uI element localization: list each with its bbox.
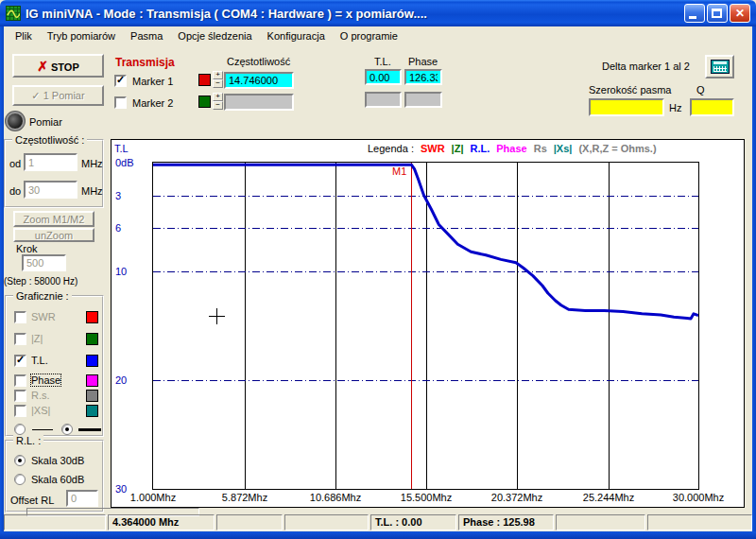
menu-item-5[interactable]: O programie — [333, 28, 405, 43]
tl-header: T.L. — [374, 56, 391, 67]
marker1-color-swatch — [198, 74, 211, 86]
menu-item-4[interactable]: Konfiguracja — [260, 28, 333, 43]
offset-rl-label: Offset RL — [10, 495, 54, 506]
window-border-right — [752, 26, 756, 531]
scale-60db-radio[interactable] — [14, 474, 26, 485]
step-field[interactable] — [22, 254, 66, 271]
unzoom-button[interactable]: unZoom — [13, 228, 94, 242]
chart-panel[interactable]: T.L Legenda : SWR|Z|R.L.PhaseRs|Xs|(X,R,… — [111, 139, 745, 508]
y-axis-tick-label: 3 — [115, 190, 121, 201]
graph-option-checkbox-phase[interactable] — [14, 374, 26, 387]
graph-option-color-swatch — [86, 374, 98, 387]
marker2-freq-field[interactable] — [224, 94, 294, 111]
menu-item-0[interactable]: Plik — [8, 28, 40, 43]
menu-item-1[interactable]: Tryb pomiarów — [40, 28, 123, 43]
marker2-toggle[interactable]: Marker 2 — [114, 96, 173, 109]
thin-line-sample — [32, 429, 53, 430]
marker2-color-swatch — [198, 96, 211, 108]
scale-60db-label: Skala 60dB — [31, 474, 84, 485]
marker2-checkbox[interactable] — [114, 96, 127, 109]
line-thick-radio[interactable] — [61, 424, 73, 435]
marker1-phase-readout — [404, 69, 442, 85]
marker1-spin-down[interactable]: − — [213, 79, 223, 88]
x-axis-tick-label: 25.244Mhz — [571, 492, 646, 503]
close-button[interactable]: ✕ — [730, 4, 750, 23]
single-measure-button[interactable]: ✓ 1 Pomiar — [12, 85, 104, 106]
menu-item-2[interactable]: Pasma — [123, 28, 170, 43]
freq-from-field[interactable] — [24, 153, 77, 171]
scale-60db-option[interactable]: Skala 60dB — [14, 474, 84, 485]
minimize-button[interactable] — [684, 4, 705, 23]
scale-30db-label: Skala 30dB — [31, 455, 84, 466]
title-bar[interactable]: IG miniVNA - Mode : Transmisja ( COM4 : … — [0, 0, 756, 26]
status-panel-3 — [284, 514, 369, 530]
zoom-m1m2-button[interactable]: Zoom M1/M2 — [13, 211, 94, 227]
freq-to-field[interactable] — [24, 181, 77, 199]
legend-item: |Xs| — [554, 143, 573, 154]
scale-30db-option[interactable]: Skala 30dB — [14, 455, 84, 466]
stop-button[interactable]: ✗ STOP — [12, 54, 104, 78]
thick-line-sample — [78, 428, 101, 431]
marker2-phase-readout — [404, 92, 442, 108]
phase-header: Phase — [408, 56, 438, 67]
graph-option-color-swatch — [86, 333, 98, 345]
legend-item: SWR — [421, 143, 445, 154]
menu-item-3[interactable]: Opcje śledzenia — [170, 28, 259, 43]
marker2-spin-down[interactable]: − — [213, 101, 223, 110]
marker1-freq-field[interactable] — [224, 72, 294, 89]
stop-button-label: STOP — [51, 61, 79, 73]
legend-item: Phase — [496, 143, 526, 154]
maximize-button[interactable] — [707, 4, 728, 23]
graph-option-label: T.L. — [31, 355, 48, 366]
status-panel-1: 4.364000 Mhz — [108, 514, 215, 530]
offset-rl-field[interactable] — [66, 490, 98, 507]
frequency-group: Częstotliwość : od MHz do MHz — [4, 139, 104, 208]
marker2-spinner[interactable]: +− — [213, 93, 223, 110]
single-measure-label: 1 Pomiar — [43, 90, 85, 101]
status-bar: 4.364000 MhzT.L. : 0.00Phase : 125.98 — [4, 514, 752, 530]
marker1-checkbox[interactable] — [114, 75, 127, 87]
legend-label: Legenda : — [368, 143, 414, 154]
marker1-toggle[interactable]: Marker 1 — [114, 75, 173, 87]
status-panel-2 — [216, 514, 283, 530]
window-controls: ✕ — [684, 4, 750, 23]
check-icon: ✓ — [31, 90, 40, 101]
marker1-tl-readout — [365, 69, 402, 85]
calculator-icon — [711, 60, 730, 74]
step-note: (Step : 58000 Hz) — [4, 276, 77, 287]
tl-curve — [153, 163, 698, 489]
freq-from-label: od — [9, 158, 21, 169]
window-border-bottom — [0, 531, 756, 539]
rl-scale-group: R.L. : Skala 30dB Skala 60dB Offset RL — [5, 440, 104, 513]
graph-option-checkbox-xs — [14, 405, 26, 417]
minimize-icon — [689, 16, 696, 19]
graph-option-row: |XS| — [14, 405, 99, 418]
legend-item: R.L. — [470, 143, 490, 154]
rl-group-title: R.L. : — [13, 435, 43, 446]
status-panel-5: Phase : 125.98 — [458, 514, 554, 530]
frequency-group-title: Częstotliwość : — [12, 134, 87, 146]
scale-30db-radio[interactable] — [14, 455, 26, 466]
q-label: Q — [696, 84, 705, 96]
app-icon — [6, 6, 21, 21]
delta-calc-button[interactable] — [705, 55, 734, 78]
chart-axis-title: T.L — [114, 143, 129, 154]
x-axis-tick-label: 20.372Mhz — [479, 492, 555, 503]
freq-to-unit: MHz — [81, 185, 103, 197]
graph-option-color-swatch — [86, 355, 98, 367]
measure-led-indicator — [8, 113, 23, 129]
graph-option-checkbox-tl[interactable] — [14, 355, 26, 367]
crosshair-cursor — [216, 308, 217, 324]
graph-options-title: Graficznie : — [13, 290, 72, 302]
frequency-header: Częstotliwość — [227, 56, 290, 67]
status-panel-7 — [647, 514, 752, 530]
graph-option-label: |XS| — [31, 405, 50, 416]
plot-area[interactable]: M1 — [152, 162, 699, 490]
status-panel-4: T.L. : 0.00 — [370, 514, 456, 530]
x-axis-tick-label: 5.872Mhz — [207, 492, 283, 503]
maximize-icon — [712, 9, 722, 18]
graph-option-row: T.L. — [14, 355, 99, 368]
line-thin-radio[interactable] — [14, 424, 26, 435]
marker1-spinner[interactable]: +− — [213, 71, 223, 88]
legend-item: Rs — [534, 143, 547, 154]
